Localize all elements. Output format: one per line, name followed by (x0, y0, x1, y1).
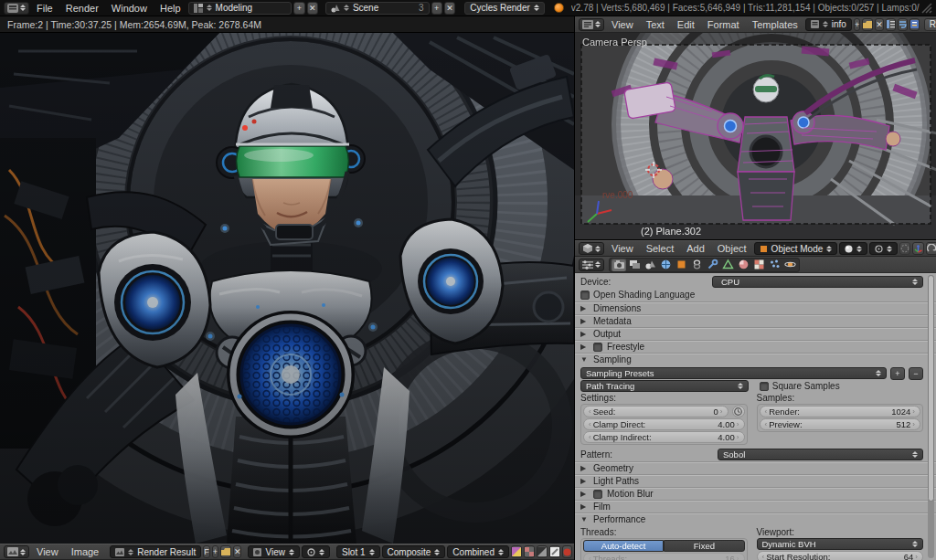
menu-view[interactable]: View (31, 545, 64, 558)
scrollbar-thumb[interactable] (928, 275, 934, 502)
panel-film[interactable]: ▶ Film (575, 500, 936, 512)
device-selector[interactable]: CPU (712, 276, 923, 288)
fixed-button[interactable]: Fixed (664, 540, 744, 552)
menu-templates[interactable]: Templates (747, 18, 803, 31)
panel-light-paths[interactable]: ▶ Light Paths (575, 474, 936, 487)
manipulator-toggle[interactable] (899, 242, 910, 255)
panel-sampling[interactable]: ▼ Sampling (575, 353, 936, 365)
square-samples-checkbox[interactable] (760, 382, 769, 391)
open-image-button[interactable] (220, 545, 231, 558)
white-balance-button[interactable] (549, 545, 560, 558)
shading-selector[interactable] (839, 242, 867, 255)
tab-material[interactable] (736, 259, 750, 271)
delete-scene-button[interactable]: ✕ (444, 2, 455, 15)
panel-geometry[interactable]: ▶ Geometry (575, 461, 936, 474)
menu-render[interactable]: Render (60, 2, 104, 15)
panel-output[interactable]: ▶ Output (575, 327, 936, 340)
render-result-image[interactable] (0, 33, 574, 544)
run-script-button[interactable]: Run Scr (924, 18, 936, 31)
increment-icon[interactable]: › (737, 433, 739, 441)
panel-performance[interactable]: ▼ Performance (575, 512, 936, 525)
seed-field[interactable]: ‹ Seed: 0 › (583, 406, 729, 417)
menu-view[interactable]: View (606, 18, 639, 31)
decrement-icon[interactable]: ‹ (762, 553, 765, 560)
properties-scrollbar[interactable] (928, 275, 934, 558)
open-text-button[interactable] (862, 18, 873, 31)
panel-dimensions[interactable]: ▶ Dimensions (575, 301, 936, 314)
render-samples-field[interactable]: ‹ Render: 1024 › (760, 406, 921, 417)
tab-world[interactable] (658, 259, 673, 271)
scene-user-count[interactable]: 3 (419, 3, 424, 13)
preview-samples-field[interactable]: ‹ Preview: 512 › (760, 418, 921, 430)
tab-particles[interactable] (767, 259, 782, 271)
clamp-indirect-field[interactable]: ‹ Clamp Indirect: 4.00 › (583, 431, 745, 443)
unlink-text-button[interactable]: ✕ (875, 18, 884, 31)
tab-modifiers[interactable] (705, 259, 719, 271)
menu-text[interactable]: Text (641, 18, 670, 31)
tab-render[interactable] (612, 259, 626, 271)
add-scene-button[interactable]: + (431, 2, 442, 15)
osl-checkbox[interactable] (580, 291, 590, 300)
decrement-icon[interactable]: ‹ (589, 433, 591, 441)
editor-type-selector[interactable] (4, 2, 29, 15)
alpha-channel-button[interactable] (524, 545, 535, 558)
pivot-point-selector[interactable] (869, 242, 898, 255)
decrement-icon[interactable]: ‹ (765, 420, 768, 428)
color-alpha-channel-button[interactable] (511, 545, 522, 558)
bvh-type-selector[interactable]: Dynamic BVH (757, 538, 924, 550)
pass-selector[interactable]: Combined (447, 545, 509, 558)
tab-constraints[interactable] (689, 259, 704, 271)
tab-texture[interactable] (751, 259, 766, 271)
tab-scene[interactable] (643, 259, 657, 271)
editor-type-selector[interactable] (579, 259, 604, 271)
text-datablock-selector[interactable]: info (805, 18, 852, 31)
tab-render-layers[interactable] (627, 259, 642, 271)
menu-object[interactable]: Object (712, 242, 752, 255)
menu-image[interactable]: Image (66, 545, 105, 558)
pivot-selector[interactable] (302, 545, 330, 558)
image-datablock-selector[interactable]: Render Result (110, 545, 201, 558)
new-image-button[interactable]: + (212, 545, 218, 558)
unlink-image-button[interactable]: ✕ (233, 545, 242, 558)
panel-freestyle[interactable]: ▶ Freestyle (575, 340, 936, 353)
menu-help[interactable]: Help (154, 2, 186, 15)
translate-manipulator-button[interactable] (912, 242, 924, 255)
sampling-presets-selector[interactable]: Sampling Presets (580, 367, 887, 379)
panel-metadata[interactable]: ▶ Metadata (575, 314, 936, 327)
screen-layout-selector[interactable]: Modeling (188, 2, 292, 15)
remove-preset-button[interactable]: − (909, 367, 923, 380)
menu-window[interactable]: Window (106, 2, 153, 15)
add-preset-button[interactable]: + (890, 367, 905, 380)
menu-add[interactable]: Add (681, 242, 710, 255)
rotate-manipulator-button[interactable] (926, 242, 936, 255)
menu-file[interactable]: File (31, 2, 58, 15)
scene-selector[interactable]: Scene 3 (325, 2, 430, 15)
editor-type-selector[interactable] (579, 242, 604, 255)
decrement-icon[interactable]: ‹ (589, 420, 591, 428)
clamp-direct-field[interactable]: ‹ Clamp Direct: 4.00 › (583, 418, 745, 430)
tab-physics[interactable] (782, 259, 797, 271)
editor-type-selector[interactable] (4, 545, 29, 558)
syntax-highlight-toggle[interactable] (909, 18, 920, 31)
mode-selector[interactable]: Object Mode (754, 242, 838, 255)
freestyle-checkbox[interactable] (593, 343, 602, 352)
add-text-button[interactable]: + (854, 18, 860, 31)
editor-type-selector[interactable] (579, 18, 604, 31)
red-channel-button[interactable] (562, 545, 572, 558)
menu-edit[interactable]: Edit (672, 18, 700, 31)
render-engine-selector[interactable]: Cycles Render (464, 2, 545, 15)
increment-icon[interactable]: › (915, 553, 918, 560)
menu-select[interactable]: Select (641, 242, 680, 255)
add-layout-button[interactable]: + (293, 2, 304, 15)
decrement-icon[interactable]: ‹ (765, 407, 768, 416)
menu-format[interactable]: Format (702, 18, 745, 31)
increment-icon[interactable]: › (912, 407, 915, 416)
panel-motion-blur[interactable]: ▶ Motion Blur (575, 487, 936, 500)
line-numbers-toggle[interactable] (886, 18, 896, 31)
motion-blur-checkbox[interactable] (593, 490, 602, 499)
tab-object[interactable] (674, 259, 688, 271)
increment-icon[interactable]: › (737, 420, 739, 428)
tab-data[interactable] (720, 259, 735, 271)
menu-view[interactable]: View (606, 242, 639, 255)
word-wrap-toggle[interactable] (898, 18, 908, 31)
